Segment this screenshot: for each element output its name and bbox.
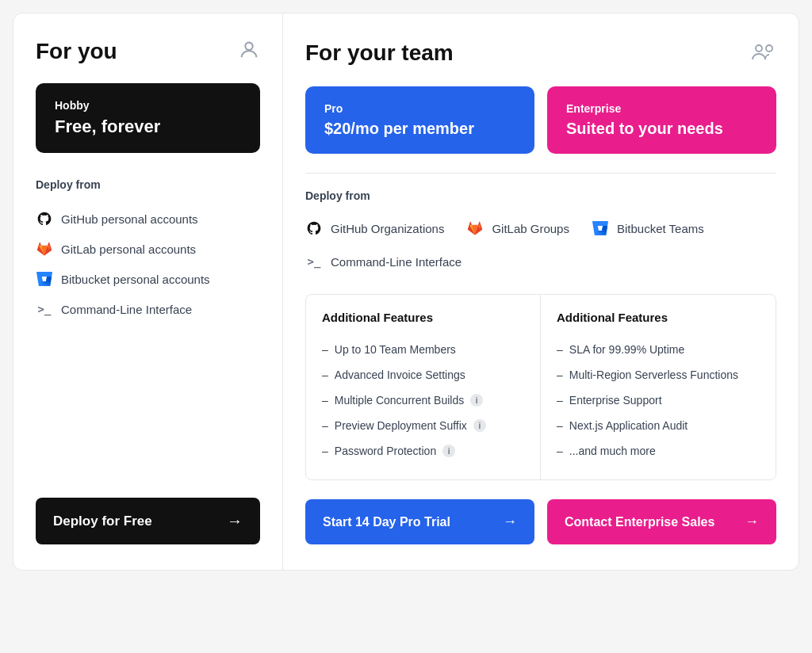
ent-feature-dash-0: – [557, 343, 563, 356]
ent-feature-item-1: – Multi-Region Serverless Functions [557, 362, 760, 388]
features-grid: Additional Features – Up to 10 Team Memb… [305, 294, 776, 480]
user-icon [238, 39, 260, 64]
bitbucket-icon [36, 270, 53, 288]
svg-point-0 [245, 43, 252, 50]
ent-feature-text-1: Multi-Region Serverless Functions [569, 369, 738, 381]
right-panel: For your team Pro $20/mo per member Ente… [283, 13, 799, 570]
pricing-container: For you Hobby Free, forever Deploy from … [13, 13, 799, 571]
enterprise-sales-label: Contact Enterprise Sales [565, 515, 714, 529]
right-deploy-cli: >_ Command-Line Interface [305, 248, 462, 275]
right-title: For your team [305, 40, 454, 66]
pro-trial-button[interactable]: Start 14 Day Pro Trial → [305, 499, 534, 544]
feature-item-1: – Advanced Invoice Settings [322, 362, 524, 388]
ent-feature-item-2: – Enterprise Support [557, 388, 760, 413]
right-github-label: GitHub Organizations [331, 222, 444, 235]
left-github-label: GitHub personal accounts [61, 212, 198, 226]
info-icon-2[interactable]: i [470, 394, 483, 407]
ent-feature-item-4: – ...and much more [557, 438, 760, 464]
ent-feature-text-4: ...and much more [569, 445, 656, 457]
feature-item-3: – Preview Deployment Suffix i [322, 413, 524, 438]
pro-trial-arrow: → [503, 514, 517, 530]
features-col-pro-title: Additional Features [322, 311, 524, 324]
feature-dash-4: – [322, 445, 328, 457]
left-deploy-cli: >_ Command-Line Interface [36, 294, 260, 324]
feature-item-0: – Up to 10 Team Members [322, 337, 524, 362]
left-cli-label: Command-Line Interface [61, 303, 192, 316]
feature-dash-3: – [322, 419, 328, 432]
deploy-free-label: Deploy for Free [53, 514, 152, 529]
right-header: For your team [305, 39, 776, 67]
right-deploy-github: GitHub Organizations [305, 215, 444, 242]
team-icon [751, 39, 776, 67]
left-bitbucket-label: Bitbucket personal accounts [61, 273, 210, 286]
info-icon-3[interactable]: i [473, 419, 486, 432]
plan-cards: Pro $20/mo per member Enterprise Suited … [305, 86, 776, 154]
right-deploy-bitbucket: Bitbucket Teams [592, 215, 704, 242]
right-gitlab-label: GitLab Groups [492, 222, 569, 235]
enterprise-sales-button[interactable]: Contact Enterprise Sales → [547, 499, 776, 544]
features-col-enterprise: Additional Features – SLA for 99.99% Upt… [541, 295, 776, 479]
pro-price: $20/mo per member [324, 120, 515, 138]
svg-point-2 [766, 45, 772, 52]
left-header: For you [36, 39, 260, 64]
ent-feature-item-0: – SLA for 99.99% Uptime [557, 337, 760, 362]
hobby-price: Free, forever [55, 116, 241, 137]
left-panel: For you Hobby Free, forever Deploy from … [13, 13, 283, 570]
ent-feature-dash-2: – [557, 394, 563, 407]
ent-feature-dash-1: – [557, 369, 563, 381]
feature-text-4: Password Protection [335, 445, 436, 457]
right-cli-label: Command-Line Interface [331, 255, 462, 269]
enterprise-label: Enterprise [566, 102, 757, 115]
right-deploy-label: Deploy from [305, 189, 776, 202]
feature-dash-1: – [322, 369, 328, 381]
hobby-card: Hobby Free, forever [36, 83, 260, 153]
left-title: For you [36, 39, 117, 64]
pro-label: Pro [324, 102, 515, 115]
ent-feature-dash-4: – [557, 445, 563, 457]
features-col-enterprise-title: Additional Features [557, 311, 760, 324]
feature-dash-0: – [322, 343, 328, 356]
ent-feature-text-3: Next.js Application Audit [569, 419, 688, 432]
enterprise-price: Suited to your needs [566, 120, 757, 138]
github-icon [36, 210, 53, 227]
deploy-free-button[interactable]: Deploy for Free → [36, 498, 260, 544]
deploy-free-arrow: → [227, 512, 243, 530]
ent-feature-text-2: Enterprise Support [569, 394, 662, 407]
enterprise-sales-arrow: → [745, 514, 759, 530]
right-deploy-items: GitHub Organizations GitLab Groups [305, 215, 776, 275]
ent-feature-dash-3: – [557, 419, 563, 432]
right-deploy-gitlab: GitLab Groups [466, 215, 569, 242]
feature-text-2: Multiple Concurrent Builds [335, 394, 464, 407]
left-deploy-bitbucket: Bitbucket personal accounts [36, 264, 260, 294]
svg-point-1 [756, 45, 762, 52]
right-bitbucket-label: Bitbucket Teams [617, 222, 704, 235]
cli-icon: >_ [36, 300, 53, 318]
ent-feature-text-0: SLA for 99.99% Uptime [569, 343, 685, 356]
cta-buttons: Start 14 Day Pro Trial → Contact Enterpr… [305, 499, 776, 544]
left-deploy-label: Deploy from [36, 178, 260, 191]
enterprise-card: Enterprise Suited to your needs [547, 86, 776, 154]
info-icon-4[interactable]: i [442, 445, 455, 457]
left-deploy-github: GitHub personal accounts [36, 204, 260, 234]
gitlab-icon [36, 240, 53, 258]
ent-feature-item-3: – Next.js Application Audit [557, 413, 760, 438]
section-divider [305, 173, 776, 174]
hobby-label: Hobby [55, 99, 241, 112]
cli-icon-right: >_ [305, 253, 323, 270]
left-deploy-gitlab: GitLab personal accounts [36, 234, 260, 264]
feature-text-1: Advanced Invoice Settings [335, 369, 465, 381]
gitlab-icon-right [466, 220, 484, 237]
features-col-pro: Additional Features – Up to 10 Team Memb… [306, 295, 541, 479]
pro-card: Pro $20/mo per member [305, 86, 534, 154]
pro-trial-label: Start 14 Day Pro Trial [323, 515, 450, 529]
feature-dash-2: – [322, 394, 328, 407]
left-gitlab-label: GitLab personal accounts [61, 242, 196, 256]
feature-text-3: Preview Deployment Suffix [335, 419, 467, 432]
github-icon-right [305, 220, 323, 237]
feature-item-2: – Multiple Concurrent Builds i [322, 388, 524, 413]
bitbucket-icon-right [592, 220, 609, 237]
feature-text-0: Up to 10 Team Members [335, 343, 456, 356]
feature-item-4: – Password Protection i [322, 438, 524, 464]
